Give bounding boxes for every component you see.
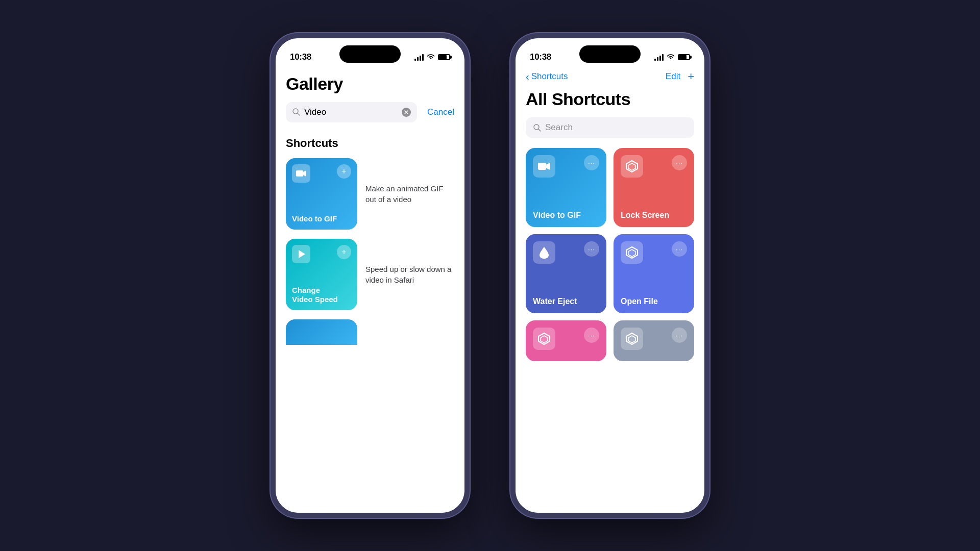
gallery-title: Gallery [286,74,454,94]
search-input-value[interactable]: Video [304,107,398,117]
svg-marker-18 [628,336,635,343]
grid-card-label-file: Open File [621,296,687,306]
shortcut-row-change-speed: + ChangeVideo Speed Speed up or slow dow… [286,239,454,310]
grid-card-menu-gif[interactable]: ··· [584,155,599,170]
status-time-right: 10:38 [530,52,551,62]
svg-marker-16 [541,336,548,343]
shortcuts-section-title: Shortcuts [286,137,454,150]
nav-bar: ‹ Shortcuts Edit + [526,68,694,89]
grid-card-label-gif: Video to GIF [533,210,599,220]
shortcut-desc-video-gif: Make an animated GIF out of a video [365,183,454,205]
wifi-icon [427,53,435,61]
battery-icon-right [678,54,690,60]
grid-card-drop-icon [533,241,555,264]
dynamic-island [339,45,401,63]
grid-card-layers-icon-gray [621,328,643,350]
edit-button[interactable]: Edit [666,71,680,82]
svg-line-1 [298,113,300,115]
cancel-button[interactable]: Cancel [427,107,454,117]
svg-rect-4 [296,170,303,177]
svg-marker-6 [299,250,305,258]
add-button[interactable]: + [688,70,694,83]
all-shortcuts-screen: ‹ Shortcuts Edit + All Shortcuts Search [516,68,704,513]
dynamic-island-right [579,45,641,63]
grid-card-lock-screen[interactable]: ··· Lock Screen [614,148,694,227]
search-icon-right [533,123,541,132]
status-icons-right [654,53,690,62]
grid-card-menu-water[interactable]: ··· [584,241,599,257]
search-bar-right[interactable]: Search [526,117,694,138]
shortcuts-grid: ··· Video to GIF ··· [526,148,694,361]
shortcut-desc-change-speed: Speed up or slow down a video in Safari [365,264,454,285]
all-shortcuts-title: All Shortcuts [526,89,694,109]
svg-rect-9 [538,163,546,170]
svg-marker-12 [628,163,635,170]
grid-card-menu-pink[interactable]: ··· [584,328,599,343]
svg-line-8 [538,129,541,131]
grid-card-menu-file[interactable]: ··· [672,241,687,257]
right-phone: 10:38 [510,33,709,518]
grid-card-open-file[interactable]: ··· Open File [614,234,694,313]
grid-card-camera-icon [533,155,555,178]
add-shortcut-button-gif[interactable]: + [337,164,351,179]
grid-card-video-gif[interactable]: ··· Video to GIF [526,148,606,227]
partial-card [286,319,357,345]
shortcut-card-video-gif[interactable]: + Video to GIF [286,158,357,230]
nav-actions: Edit + [666,70,694,83]
grid-card-pink-partial[interactable]: ··· [526,320,606,361]
grid-card-label-water: Water Eject [533,296,599,306]
grid-card-layers-icon-blue [621,241,643,264]
search-clear-button[interactable] [402,108,411,117]
svg-marker-5 [303,170,306,177]
grid-card-label-lock: Lock Screen [621,210,687,220]
grid-card-gray-partial[interactable]: ··· [614,320,694,361]
signal-icon [414,54,424,61]
card-label-change-speed: ChangeVideo Speed [292,286,351,304]
grid-card-menu-gray[interactable]: ··· [672,328,687,343]
svg-marker-10 [546,163,550,170]
status-icons [414,53,450,61]
wifi-icon-right [667,53,675,62]
chevron-left-icon: ‹ [526,71,529,83]
signal-icon-right [654,54,664,61]
shortcut-row-video-gif: + Video to GIF Make an animated GIF out … [286,158,454,230]
search-icon [292,108,300,117]
back-button[interactable]: ‹ Shortcuts [526,71,568,83]
play-icon [292,245,310,263]
grid-card-water-eject[interactable]: ··· Water Eject [526,234,606,313]
battery-icon [438,54,450,60]
card-label-video-gif: Video to GIF [292,214,351,223]
back-label: Shortcuts [531,71,568,82]
partial-card-row [286,319,454,345]
video-camera-icon [292,164,310,183]
grid-card-layers-icon-red [621,155,643,178]
search-placeholder: Search [545,122,573,133]
left-phone: 10:38 [271,33,470,518]
shortcut-card-change-speed[interactable]: + ChangeVideo Speed [286,239,357,310]
gallery-screen: Gallery Video [276,68,464,513]
grid-card-menu-lock[interactable]: ··· [672,155,687,170]
grid-card-layers-icon-pink [533,328,555,350]
search-bar[interactable]: Video [286,102,417,122]
status-time: 10:38 [290,52,311,62]
svg-marker-14 [628,249,635,257]
add-shortcut-button-speed[interactable]: + [337,245,351,259]
